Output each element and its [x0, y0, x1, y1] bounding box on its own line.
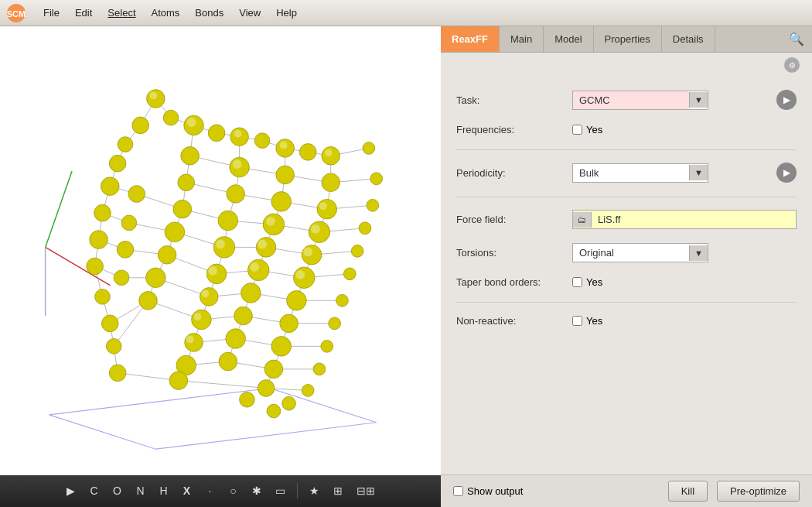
settings-icon[interactable]: ⚙ — [784, 57, 800, 73]
forcefield-row: Force field: 🗂 — [456, 210, 797, 229]
hydrogen-tool[interactable]: H — [155, 482, 172, 499]
menu-view[interactable]: View — [231, 4, 268, 22]
svg-point-161 — [322, 173, 340, 192]
svg-point-121 — [118, 137, 133, 152]
periodicity-input[interactable] — [573, 164, 689, 182]
molecule-view — [0, 26, 441, 475]
svg-point-183 — [282, 396, 296, 410]
oxygen-tool[interactable]: O — [109, 482, 126, 499]
svg-point-181 — [240, 392, 255, 407]
svg-point-133 — [173, 200, 192, 218]
star-tool[interactable]: ★ — [305, 482, 323, 499]
svg-point-169 — [264, 360, 283, 379]
periodicity-arrow-btn[interactable]: ▶ — [776, 163, 797, 183]
svg-point-123 — [101, 177, 119, 196]
task-control: ▼ — [572, 91, 769, 110]
svg-point-158 — [234, 307, 253, 325]
svg-point-124 — [94, 204, 111, 221]
svg-point-167 — [280, 314, 299, 333]
gear-tool[interactable]: ✱ — [248, 482, 265, 499]
svg-point-165 — [293, 267, 315, 289]
svg-point-111 — [163, 110, 179, 125]
scm-logo-icon: SCM — [6, 3, 26, 23]
non-reactive-row: Non-reactive: Yes — [456, 315, 797, 327]
svg-point-120 — [132, 117, 149, 134]
taper-bond-checkbox[interactable] — [572, 277, 582, 287]
svg-point-117 — [299, 144, 316, 161]
svg-point-149 — [185, 334, 203, 352]
svg-point-177 — [329, 317, 341, 330]
svg-point-134 — [165, 222, 185, 242]
carbon-tool[interactable]: C — [86, 482, 103, 499]
torsions-dropdown-btn[interactable]: ▼ — [689, 245, 708, 261]
svg-point-179 — [313, 363, 326, 375]
taper-bond-checkbox-row: Yes — [572, 276, 602, 288]
task-input[interactable] — [573, 91, 689, 109]
svg-point-146 — [206, 264, 227, 284]
menu-edit[interactable]: Edit — [67, 4, 100, 22]
svg-point-130 — [109, 365, 126, 382]
svg-point-173 — [359, 222, 371, 235]
torsions-input[interactable] — [573, 244, 689, 262]
kill-button[interactable]: Kill — [668, 481, 708, 502]
torsions-dropdown-wrapper: ▼ — [572, 243, 708, 262]
pre-optimize-button[interactable]: Pre-optimize — [717, 481, 800, 502]
menu-select[interactable]: Select — [100, 4, 143, 22]
forcefield-control: 🗂 — [572, 210, 797, 229]
rect-tool[interactable]: ▭ — [271, 482, 289, 499]
multi-tool[interactable]: ⊟⊞ — [353, 482, 379, 499]
svg-point-163 — [309, 221, 330, 243]
ring-tool[interactable]: ○ — [225, 482, 242, 499]
grid-tool[interactable]: ⊞ — [329, 482, 346, 499]
show-output-checkbox[interactable] — [453, 486, 463, 496]
frequencies-yes-label: Yes — [586, 124, 602, 135]
tab-details[interactable]: Details — [662, 26, 715, 52]
search-icon[interactable]: 🔍 — [781, 26, 812, 52]
dot-tool[interactable]: · — [202, 482, 219, 499]
periodicity-control: ▼ — [572, 163, 769, 183]
svg-point-125 — [90, 231, 108, 249]
cursor-tool[interactable]: ▶ — [63, 482, 80, 499]
tab-properties[interactable]: Properties — [594, 26, 662, 52]
task-row: Task: ▼ ▶ — [456, 90, 797, 110]
settings-row: ⚙ — [441, 53, 812, 77]
non-reactive-control: Yes — [572, 315, 797, 327]
bottom-bar: Show output Kill Pre-optimize — [441, 474, 812, 507]
show-output-label: Show output — [467, 485, 523, 497]
periodicity-dropdown-btn[interactable]: ▼ — [689, 165, 708, 180]
tab-main[interactable]: Main — [500, 26, 544, 52]
menu-file[interactable]: File — [36, 4, 67, 22]
frequencies-checkbox-row: Yes — [572, 124, 602, 135]
scm-logo: SCM — [6, 3, 26, 23]
unknown-tool[interactable]: X — [179, 482, 196, 499]
non-reactive-checkbox[interactable] — [572, 316, 582, 326]
menu-bonds[interactable]: Bonds — [187, 4, 231, 22]
non-reactive-label: Non-reactive: — [456, 315, 565, 327]
menu-atoms[interactable]: Atoms — [144, 4, 188, 22]
task-arrow-btn[interactable]: ▶ — [776, 90, 797, 110]
nitrogen-tool[interactable]: N — [132, 482, 149, 499]
svg-point-110 — [147, 90, 165, 108]
svg-point-138 — [128, 186, 145, 203]
svg-point-141 — [114, 270, 129, 286]
periodicity-row: Periodicity: ▼ ▶ — [456, 163, 797, 183]
task-dropdown-wrapper: ▼ — [572, 91, 708, 110]
svg-point-166 — [287, 291, 307, 311]
task-dropdown-btn[interactable]: ▼ — [689, 92, 708, 108]
tab-model[interactable]: Model — [544, 26, 593, 52]
frequencies-row: Frequencies: Yes — [456, 124, 797, 135]
show-output-row: Show output — [453, 485, 659, 497]
frequencies-label: Frequencies: — [456, 124, 565, 135]
forcefield-folder-icon[interactable]: 🗂 — [573, 212, 592, 228]
forcefield-input[interactable] — [592, 211, 796, 228]
frequencies-checkbox[interactable] — [572, 125, 582, 135]
svg-point-168 — [271, 337, 292, 357]
svg-point-147 — [200, 288, 218, 307]
svg-point-159 — [226, 329, 246, 349]
menu-help[interactable]: Help — [268, 4, 305, 22]
tab-reaxff[interactable]: ReaxFF — [441, 26, 500, 52]
taper-bond-label: Taper bond orders: — [456, 276, 565, 288]
viewport[interactable] — [0, 26, 441, 475]
torsions-row: Torsions: ▼ — [456, 243, 797, 262]
form-divider-3 — [456, 302, 797, 303]
